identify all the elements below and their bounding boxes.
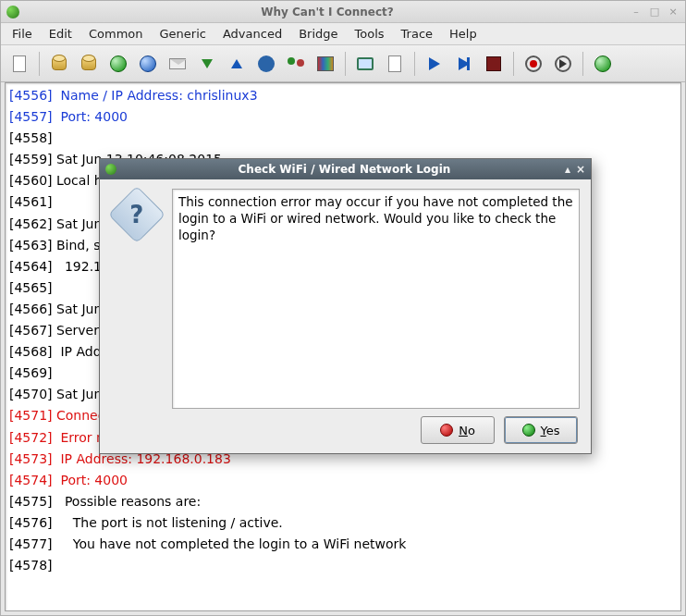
menu-edit[interactable]: Edit xyxy=(42,24,80,43)
menu-help[interactable]: Help xyxy=(442,24,484,43)
toolbar xyxy=(1,45,685,82)
toolbar-separator xyxy=(414,52,415,76)
status-green-icon[interactable] xyxy=(590,51,616,77)
stop-icon[interactable] xyxy=(481,51,507,77)
record-icon[interactable] xyxy=(521,51,546,77)
settings-icon[interactable] xyxy=(6,51,32,77)
users-icon[interactable] xyxy=(283,51,309,77)
question-icon: ? xyxy=(108,186,165,243)
toolbar-separator xyxy=(345,52,346,76)
log-line: [4574] Port: 4000 xyxy=(9,470,677,491)
dialog-check-network-login: Check WiFi / Wired Network Login ▴ × ? T… xyxy=(99,158,592,454)
gear-icon[interactable] xyxy=(253,51,279,77)
yes-button-label: Yes xyxy=(541,424,560,437)
arrow-right-stop-icon[interactable] xyxy=(451,51,477,77)
minimize-icon[interactable]: – xyxy=(630,6,643,18)
yes-button[interactable]: Yes xyxy=(504,416,578,444)
log-line: [4558] xyxy=(9,128,677,149)
log-line: [4557] Port: 4000 xyxy=(9,106,677,128)
dialog-message: This connection error may occur if you h… xyxy=(172,189,580,409)
dialog-app-icon xyxy=(105,164,116,175)
globe-blue-icon[interactable] xyxy=(135,51,161,77)
dialog-titlebar[interactable]: Check WiFi / Wired Network Login ▴ × xyxy=(100,159,591,179)
page-icon[interactable] xyxy=(382,51,408,77)
no-icon xyxy=(440,424,453,437)
db-out-icon[interactable] xyxy=(76,51,102,77)
dialog-buttons: No Yes xyxy=(421,416,578,444)
toolbar-separator xyxy=(39,52,40,76)
upload-icon[interactable] xyxy=(224,51,250,77)
globe-green-icon[interactable] xyxy=(105,51,131,77)
dialog-window-controls: ▴ × xyxy=(565,163,585,176)
db-in-icon[interactable] xyxy=(46,51,72,77)
window-controls: – □ × xyxy=(630,6,680,18)
monitor-icon[interactable] xyxy=(352,51,378,77)
menu-file[interactable]: File xyxy=(5,24,40,43)
toolbar-separator xyxy=(513,52,514,76)
menu-generic[interactable]: Generic xyxy=(153,24,214,43)
close-icon[interactable]: × xyxy=(667,6,680,18)
dialog-body: ? This connection error may occur if you… xyxy=(100,179,591,409)
window-title: Why Can't I Connect? xyxy=(25,6,630,18)
books-icon[interactable] xyxy=(312,51,338,77)
dialog-close-icon[interactable]: × xyxy=(576,163,585,176)
menubar: File Edit Common Generic Advanced Bridge… xyxy=(1,23,685,45)
menu-bridge[interactable]: Bridge xyxy=(291,24,345,43)
dialog-rollup-icon[interactable]: ▴ xyxy=(565,163,570,176)
main-titlebar[interactable]: Why Can't I Connect? – □ × xyxy=(1,1,685,23)
play-icon[interactable] xyxy=(550,51,576,77)
mail-icon[interactable] xyxy=(165,51,190,77)
arrow-right-icon[interactable] xyxy=(422,51,447,77)
log-line: [4575] Possible reasons are: xyxy=(9,491,677,512)
menu-tools[interactable]: Tools xyxy=(348,24,392,43)
app-icon xyxy=(6,6,19,18)
download-icon[interactable] xyxy=(194,51,220,77)
log-line: [4577] You have not completed the login … xyxy=(9,534,677,555)
menu-common[interactable]: Common xyxy=(81,24,151,43)
dialog-title: Check WiFi / Wired Network Login xyxy=(124,163,565,176)
no-button-label: No xyxy=(459,424,475,437)
no-button[interactable]: No xyxy=(421,416,495,444)
log-line: [4578] xyxy=(9,555,677,576)
toolbar-separator xyxy=(582,52,583,76)
yes-icon xyxy=(522,424,535,437)
log-line: [4556] Name / IP Address: chrislinux3 xyxy=(9,85,677,106)
menu-trace[interactable]: Trace xyxy=(394,24,441,43)
maximize-icon[interactable]: □ xyxy=(648,6,661,18)
log-line: [4576] The port is not listening / activ… xyxy=(9,512,677,534)
menu-advanced[interactable]: Advanced xyxy=(215,24,289,43)
